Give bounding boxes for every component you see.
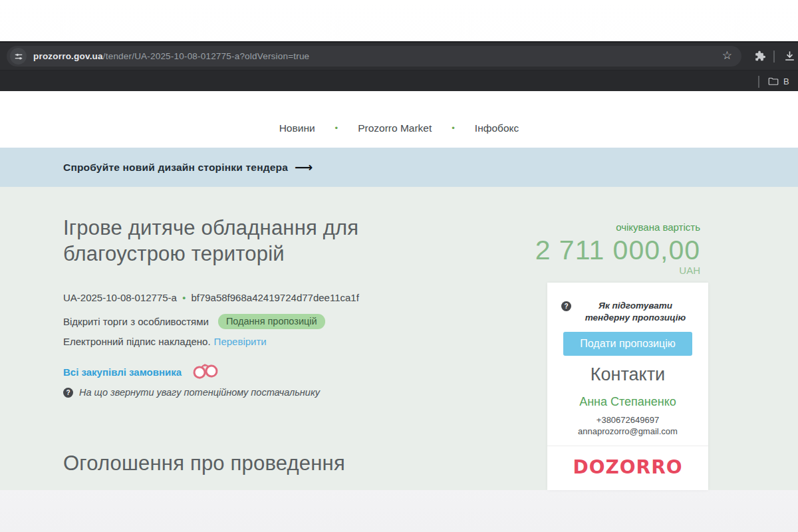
tender-hash: bf79a58f968a42419724d77dee11ca1f	[191, 292, 358, 303]
bookmark-folder-label[interactable]: B	[783, 76, 789, 86]
procedure-status-line: Відкриті торги з особливостями Подання п…	[63, 314, 325, 329]
url-text[interactable]: prozorro.gov.ua/tender/UA-2025-10-08-012…	[33, 51, 309, 61]
site-nav: Новини Prozorro Market Інфобокс	[0, 91, 798, 148]
submit-proposal-button[interactable]: Подати пропозицію	[563, 332, 692, 356]
site-settings-icon[interactable]	[10, 48, 27, 65]
supplier-hint-text: На що звернути увагу потенційному постач…	[79, 387, 320, 398]
announcement-heading: Оголошення про проведення	[63, 452, 345, 475]
expected-value-currency: UAH	[481, 265, 700, 276]
url-domain: prozorro.gov.ua	[33, 51, 103, 61]
nav-link-infobox[interactable]: Інфобокс	[475, 122, 519, 134]
question-circle-icon	[63, 388, 73, 398]
banner-text: Спробуйте новий дизайн сторінки тендера	[63, 162, 288, 174]
url-path: /tender/UA-2025-10-08-012775-a?oldVersio…	[103, 51, 310, 61]
binoculars-icon[interactable]	[192, 360, 220, 383]
nav-dot-separator	[335, 123, 338, 133]
address-bar[interactable]: prozorro.gov.ua/tender/UA-2025-10-08-012…	[7, 46, 741, 66]
all-purchases-link[interactable]: Всі закупівлі замовника	[63, 366, 182, 378]
how-to-prepare-text: Як підготувати тендерну пропозицію	[577, 300, 694, 324]
nav-link-news[interactable]: Новини	[279, 122, 315, 134]
card-divider	[547, 446, 708, 446]
download-icon[interactable]	[782, 49, 797, 63]
tender-title: Ігрове дитяче обладнання для благоустрою…	[63, 215, 402, 267]
tender-id: UA-2025-10-08-012775-a	[63, 292, 177, 303]
dozorro-logo[interactable]: DOZORRO	[547, 456, 708, 478]
all-purchases-line: Всі закупівлі замовника	[63, 362, 219, 382]
browser-chrome: prozorro.gov.ua/tender/UA-2025-10-08-012…	[0, 41, 798, 91]
bookmarks-bar: B	[0, 70, 798, 92]
toolbar-divider	[773, 51, 775, 63]
bookmark-folder-icon[interactable]	[767, 75, 779, 90]
extensions-icon[interactable]	[752, 49, 767, 63]
bookmarks-divider	[758, 76, 759, 88]
screenshot-canvas: prozorro.gov.ua/tender/UA-2025-10-08-012…	[0, 0, 798, 532]
browser-toolbar: prozorro.gov.ua/tender/UA-2025-10-08-012…	[0, 43, 798, 70]
verify-signature-link[interactable]: Перевірити	[214, 336, 267, 347]
bookmark-star-icon[interactable]	[722, 49, 732, 63]
expected-value-label: очікувана вартість	[481, 221, 700, 233]
procedure-type: Відкриті торги з особливостями	[63, 316, 209, 327]
nav-dot-separator	[452, 123, 455, 133]
expected-value-block: очікувана вартість 2 711 000,00 UAH	[481, 221, 700, 276]
new-design-banner[interactable]: Спробуйте новий дизайн сторінки тендера	[0, 148, 798, 187]
contact-phone: +380672649697	[547, 415, 708, 425]
contact-email: annaprozorro@gmail.com	[547, 426, 708, 436]
question-circle-icon	[561, 301, 571, 311]
status-badge: Подання пропозицій	[218, 314, 325, 329]
tender-main: Ігрове дитяче обладнання для благоустрою…	[0, 187, 798, 490]
webpage: Новини Prozorro Market Інфобокс Спробуйт…	[0, 91, 798, 490]
expected-value-amount: 2 711 000,00	[481, 235, 700, 266]
contacts-heading: Контакти	[547, 364, 708, 385]
sidebar-card: Як підготувати тендерну пропозицію Подат…	[547, 283, 708, 490]
how-to-prepare-link[interactable]: Як підготувати тендерну пропозицію	[561, 300, 694, 324]
nav-link-prozorro-market[interactable]: Prozorro Market	[358, 122, 432, 134]
signature-text: Електронний підпис накладено.	[63, 336, 211, 347]
dot-separator	[182, 295, 186, 301]
tender-id-line: UA-2025-10-08-012775-a bf79a58f968a42419…	[63, 292, 359, 303]
supplier-hint-link[interactable]: На що звернути увагу потенційному постач…	[63, 387, 320, 398]
contact-name: Анна Степаненко	[547, 395, 708, 409]
signature-line: Електронний підпис накладено. Перевірити	[63, 336, 267, 347]
arrow-right-icon	[295, 160, 313, 175]
